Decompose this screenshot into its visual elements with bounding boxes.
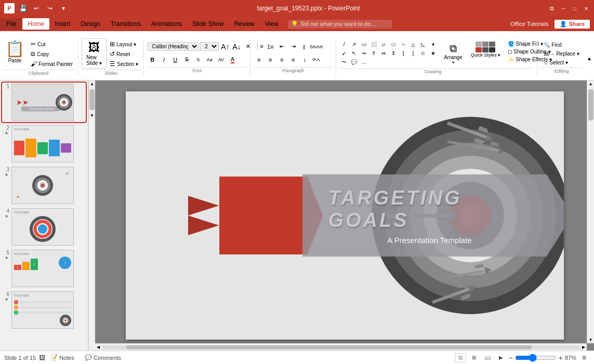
line-spacing-button[interactable]: ↕ [299,55,310,65]
slide-thumbnail-3[interactable]: 3 ★ [2,166,86,205]
shape-arrow3[interactable]: ⇒ [359,49,368,58]
underline-button[interactable]: U [170,55,180,65]
vertical-scrollbar[interactable]: ▲ ▼ [88,80,95,350]
slide-thumbnail-4[interactable]: 4 ★ TITLE HERE [2,207,86,247]
char-spacing-button[interactable]: AV [216,55,226,65]
shape-wave[interactable]: 〜 [339,58,349,66]
shape-oval[interactable]: ⬭ [389,41,398,49]
reset-button[interactable]: ↺ Reset [108,49,140,59]
shape-circle[interactable]: ○ [399,41,408,49]
qat-save[interactable]: 💾 [18,3,28,14]
restore-icon[interactable]: ⧉ [548,5,556,12]
shape-arrow6[interactable]: ⇕ [389,49,398,58]
bold-button[interactable]: B [147,55,157,65]
shape-callout[interactable]: 💬 [349,58,359,66]
view-slide-sorter[interactable]: ⊞ [468,353,480,362]
cut-button[interactable]: ✂ Cut [29,39,75,49]
office-tutorials-link[interactable]: Office Tutorials [507,20,551,28]
canvas-scroll-thumb[interactable] [588,89,593,120]
view-reading[interactable]: 📖 [482,353,493,362]
canvas-v-scroll[interactable]: ▲ ▼ [587,80,594,343]
view-normal[interactable]: ⊡ [455,353,466,362]
slide-thumbnail-6[interactable]: 6 ★ TITLE HERE 1 [2,290,86,330]
shape-arrow2[interactable]: ↖ [349,49,359,58]
slide-thumbnail-1[interactable]: 1 ➤➤ TARGETING GOALS [2,83,86,122]
qat-undo[interactable]: ↩ [31,3,42,14]
shape-star[interactable]: ★ [428,49,438,58]
h-scroll-track[interactable] [102,345,579,349]
scroll-down-arrow[interactable]: ▼ [89,112,95,119]
qat-customize[interactable]: ▾ [58,3,69,14]
menu-file[interactable]: File [0,18,22,30]
menu-transitions[interactable]: Transitions [105,18,146,30]
align-center-button[interactable]: ≡ [265,55,275,65]
comments-button[interactable]: 💬 Comments [83,354,123,361]
layout-button[interactable]: ⊞ Layout ▾ [108,39,140,49]
canvas-scroll-up[interactable]: ▲ [588,80,594,87]
ribbon-collapse-button[interactable]: ▲ [585,55,594,62]
numbering-button[interactable]: 1≡ [265,42,275,52]
menu-animations[interactable]: Animations [146,18,187,30]
close-button[interactable]: ✕ [583,5,590,12]
shape-curved-arrow[interactable]: ↙ [339,49,349,58]
shape-more[interactable]: … [359,58,368,66]
increase-font-button[interactable]: A↑ [220,42,230,52]
h-scroll-thumb[interactable] [126,345,532,349]
shape-round-rect[interactable]: ⬜ [369,41,378,49]
smartart-button[interactable]: SmArt [311,42,321,52]
shape-rect[interactable]: ▭ [359,41,368,49]
decrease-indent-button[interactable]: ⇤ [276,42,287,52]
columns-button[interactable]: ⫿ [299,42,310,52]
section-button[interactable]: ☰ Section ▾ [108,59,140,69]
fit-page-button[interactable]: ⊞ [578,353,590,362]
scroll-up-arrow[interactable]: ▲ [89,80,95,87]
italic-button[interactable]: I [159,55,169,65]
decrease-font-button[interactable]: A↓ [231,42,242,52]
share-button[interactable]: 👤 Share [555,20,590,29]
maximize-button[interactable]: □ [571,5,578,12]
slide-thumbnail-2[interactable]: 2 ★ TITLE HERE [2,124,86,164]
copy-button[interactable]: ⧉ Copy [29,49,75,59]
slide-thumbnail-5[interactable]: 5 ★ TITLE HERE 1 2 3 [2,249,86,288]
shape-rect2[interactable]: ▱ [379,41,388,49]
increase-indent-button[interactable]: ⇥ [288,42,298,52]
h-scroll-right[interactable]: ▶ [580,345,587,349]
shape-triangle[interactable]: △ [408,41,418,49]
small-caps-button[interactable]: Aa [204,55,215,65]
menu-home[interactable]: Home [22,18,49,30]
shape-bracket[interactable]: [ [408,49,418,58]
replace-button[interactable]: ab→ Replace ▾ [540,50,583,58]
minimize-button[interactable]: ─ [560,5,567,12]
paste-button[interactable]: 📋 Paste [2,38,28,64]
strikethrough-button[interactable]: S̶ [181,55,192,65]
menu-slideshow[interactable]: Slide Show [187,18,229,30]
align-left-button[interactable]: ≡ [254,55,264,65]
shape-rtriangle[interactable]: ◺ [418,41,428,49]
notes-button[interactable]: 📝 Notes [48,354,76,361]
align-right-button[interactable]: ≡ [276,55,287,65]
shape-chevron[interactable]: ⊂ [418,49,428,58]
justify-button[interactable]: ≡ [288,55,298,65]
text-direction-button[interactable]: ⟳A [311,55,321,65]
font-size-select[interactable]: 20 [200,42,219,51]
font-face-select[interactable]: Calibri (Headings) [147,42,199,51]
shape-dropdown-icon[interactable]: ▾ [428,41,438,49]
new-slide-button[interactable]: 🖼 NewSlide ▾ [82,38,107,69]
shape-line[interactable]: / [339,41,349,49]
scroll-thumb[interactable] [89,89,95,110]
h-scroll-left[interactable]: ◀ [95,345,101,349]
canvas-scroll-down[interactable]: ▼ [588,336,594,343]
shape-arrow4[interactable]: ⇑ [369,49,378,58]
menu-insert[interactable]: Insert [49,18,75,30]
bullets-button[interactable]: ⋮≡ [254,42,264,52]
quick-styles-button[interactable]: Quick Styles ▾ [469,41,503,59]
menu-design[interactable]: Design [75,18,105,30]
menu-review[interactable]: Review [229,18,259,30]
zoom-out[interactable]: − [509,354,513,362]
menu-view[interactable]: View [260,18,284,30]
shape-arrow5[interactable]: ⇔ [379,49,388,58]
shape-arrow-line[interactable]: ↗ [349,41,359,49]
view-slideshow[interactable]: ▶ [495,353,507,362]
canvas-h-scroll[interactable]: ◀ ▶ [95,343,587,350]
find-button[interactable]: 🔍 Find [540,41,583,49]
